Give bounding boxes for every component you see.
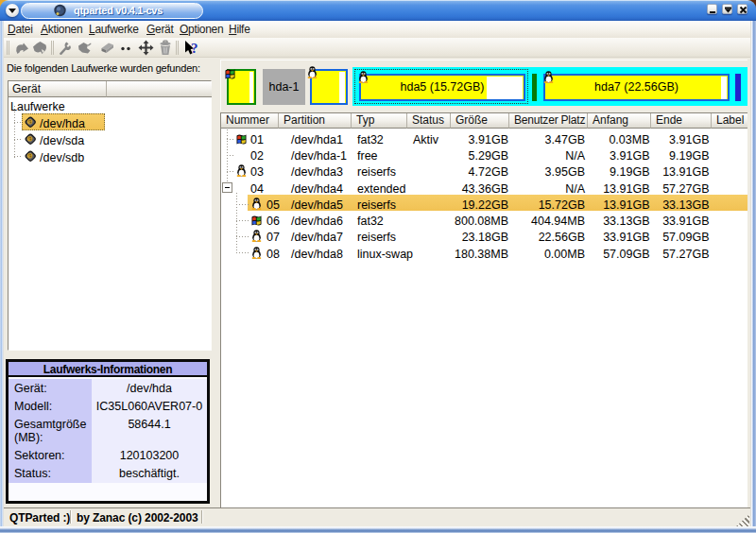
svg-text:?: ? bbox=[191, 41, 198, 56]
